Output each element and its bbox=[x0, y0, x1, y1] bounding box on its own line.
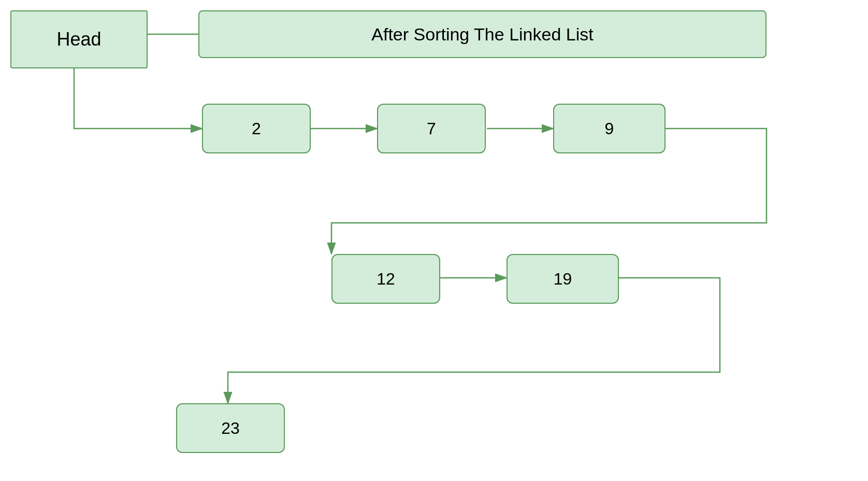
head-label: Head bbox=[56, 29, 101, 50]
title-box: After Sorting The Linked List bbox=[198, 10, 766, 58]
diagram-title: After Sorting The Linked List bbox=[371, 24, 593, 45]
connector-arrows bbox=[0, 0, 868, 481]
head-box: Head bbox=[10, 10, 148, 68]
node-19: 19 bbox=[507, 254, 619, 304]
node-23: 23 bbox=[176, 403, 285, 453]
node-9: 9 bbox=[553, 104, 666, 153]
node-12: 12 bbox=[331, 254, 440, 304]
node-2: 2 bbox=[202, 104, 311, 153]
node-7: 7 bbox=[377, 104, 486, 153]
